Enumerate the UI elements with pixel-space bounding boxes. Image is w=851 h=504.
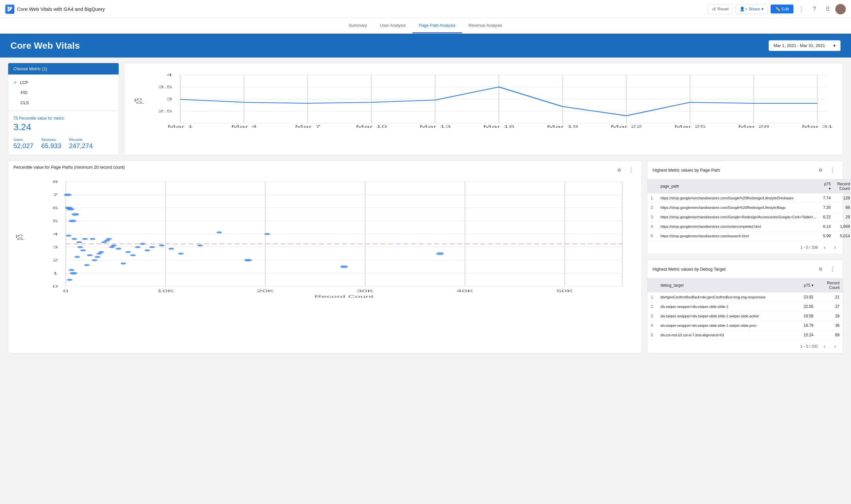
apps-button[interactable]: ⠿ [822,4,833,14]
svg-point-94 [216,231,222,233]
debug-table-actions: ⚙ ⋮ [815,264,838,274]
svg-text:0: 0 [63,289,68,293]
page-path-more-button[interactable]: ⋮ [827,165,838,175]
banner-title: Core Web Vitals [11,40,80,51]
tab-revenue-analysis[interactable]: Revenue Analysis [462,18,509,33]
share-button[interactable]: 👤+ Share ▾ [735,4,768,14]
svg-point-93 [197,245,203,247]
row-count: 5,014 [834,231,851,241]
col-num [647,179,657,194]
svg-point-102 [72,238,77,240]
svg-text:Mar 1: Mar 1 [167,125,193,128]
row-target: div.swiper-wrapper>div.swiper-slide.slid… [657,302,797,311]
date-picker[interactable]: Mar 1, 2021 - Mar 31, 2021 ▾ [768,40,840,51]
app-logo [5,4,14,14]
debug-table-footer: 1 - 5 / 292 ‹ › [647,340,843,353]
svg-point-103 [76,241,82,243]
row-num: 3. [647,213,657,222]
svg-text:Mar 16: Mar 16 [483,125,514,128]
col-record-count[interactable]: Record Count [834,179,851,194]
table-row: 2. div.swiper-wrapper>div.swiper-slide.s… [647,302,843,311]
row-path: https://shop.googlemerchandisestore.com/… [657,231,820,241]
svg-point-69 [69,220,76,222]
svg-point-79 [101,241,107,243]
row-count: 89 [817,330,843,340]
metric-item-lcp[interactable]: ✓ LCP [8,77,119,88]
svg-text:30K: 30K [357,289,374,293]
svg-text:3: 3 [167,97,172,101]
records-label: Records [69,138,92,142]
col-p75[interactable]: p75 ▾ [820,179,834,194]
col-page-path[interactable]: page_path [657,179,820,194]
row-p75: 23.92 [797,292,817,302]
debug-filter-button[interactable]: ⚙ [815,264,826,274]
svg-text:Mar 25: Mar 25 [674,125,706,128]
row-num: 5. [647,330,657,340]
svg-point-66 [64,194,71,196]
debug-prev-button[interactable]: ‹ [820,343,829,350]
percentile-label: 75 Percentile value for metric [13,116,113,121]
page-path-table-panel: Highest Metric values by Page Path ⚙ ⋮ p… [647,161,843,254]
reset-button[interactable]: ↺ Reset [708,4,733,14]
help-button[interactable]: ? [809,4,820,14]
col-record-count[interactable]: Record Count [817,278,843,292]
tab-user-analysis[interactable]: User Analysis [374,18,413,33]
stat-sessions: Sessions 65,933 [41,138,61,150]
tab-summary[interactable]: Summary [342,18,374,33]
banner: Core Web Vitals Mar 1, 2021 - Mar 31, 20… [0,34,851,57]
top-bar: Core Web Vitals with GA4 and BigQuery ↺ … [0,0,851,18]
table-row: 2. https://shop.googlemerchandisestore.c… [647,203,851,213]
scatter-more-button[interactable]: ⋮ [626,165,636,175]
svg-point-76 [87,254,93,256]
svg-point-105 [90,238,96,240]
metric-fid-label: FID [21,90,28,95]
page-path-next-button[interactable]: › [831,244,839,251]
row-p75: 5.99 [820,231,834,241]
percentile-value: 3.24 [13,122,113,132]
svg-text:50K: 50K [556,289,574,293]
top-section: Choose Metric (1) ✓ LCP FID CLS 75 Perce… [8,63,843,155]
svg-point-70 [72,213,79,216]
svg-point-73 [77,246,83,248]
user-avatar[interactable] [835,4,846,14]
debug-next-button[interactable]: › [831,343,839,350]
metric-stats: 75 Percentile value for metric 3.24 User… [8,110,119,155]
svg-point-68 [67,208,74,211]
svg-text:Mar 7: Mar 7 [295,125,321,128]
col-p75[interactable]: p75 ▾ [797,278,817,292]
row-num: 5. [647,231,657,241]
svg-text:Mar 10: Mar 10 [356,125,387,128]
svg-point-108 [104,239,110,241]
svg-point-88 [144,249,150,251]
debug-more-button[interactable]: ⋮ [827,264,838,274]
metric-list: ✓ LCP FID CLS [8,74,119,110]
svg-text:7: 7 [53,193,58,197]
svg-text:20K: 20K [257,289,274,293]
row-p75: 22.55 [797,302,817,311]
debug-target-table-panel: Highest Metric values by Debug Target ⚙ … [647,259,843,353]
svg-point-91 [168,248,174,250]
row-path: https://shop.googlemerchandisestore.com/… [657,213,820,222]
logo-area: Core Web Vitals with GA4 and BigQuery [5,4,708,14]
row-target: div.swiper-wrapper>div.swiper-slide.slid… [657,321,797,330]
scatter-filter-button[interactable]: ⚙ [614,165,624,175]
metric-item-fid[interactable]: FID [8,88,119,98]
svg-text:Mar 28: Mar 28 [738,125,769,128]
svg-point-99 [66,235,72,237]
svg-text:3.5: 3.5 [158,85,172,89]
tab-page-path-analysis[interactable]: Page Path Analysis [413,18,462,33]
row-num: 4. [647,222,657,231]
page-path-filter-button[interactable]: ⚙ [815,165,826,175]
svg-point-96 [265,233,270,235]
svg-point-83 [121,263,126,265]
row-p75: 7.74 [820,194,834,203]
page-path-prev-button[interactable]: ‹ [820,244,829,251]
metric-header[interactable]: Choose Metric (1) [8,63,119,74]
share-chevron-icon: ▾ [761,6,764,12]
metric-item-cls[interactable]: CLS [8,98,119,108]
col-debug-target[interactable]: debug_target [657,278,797,292]
row-num: 1. [647,194,657,203]
edit-button[interactable]: ✏️ Edit [771,4,794,13]
row-num: 1. [647,292,657,302]
more-options-button[interactable]: ⋮ [796,4,807,14]
